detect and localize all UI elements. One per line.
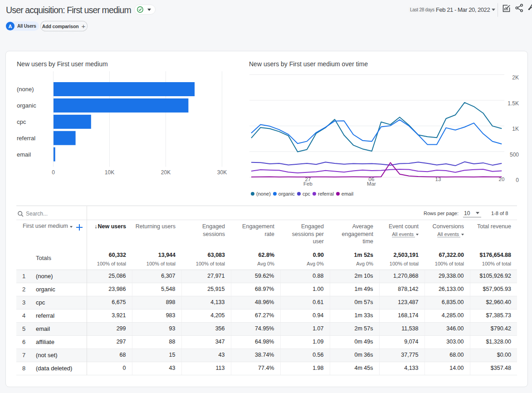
svg-text:2K: 2K [512, 74, 519, 81]
svg-text:Mar: Mar [367, 181, 376, 187]
svg-text:1K: 1K [512, 126, 519, 132]
svg-text:0: 0 [516, 177, 519, 183]
svg-text:500: 500 [510, 152, 519, 158]
svg-text:Feb: Feb [303, 181, 312, 187]
svg-text:1.5K: 1.5K [508, 100, 519, 107]
